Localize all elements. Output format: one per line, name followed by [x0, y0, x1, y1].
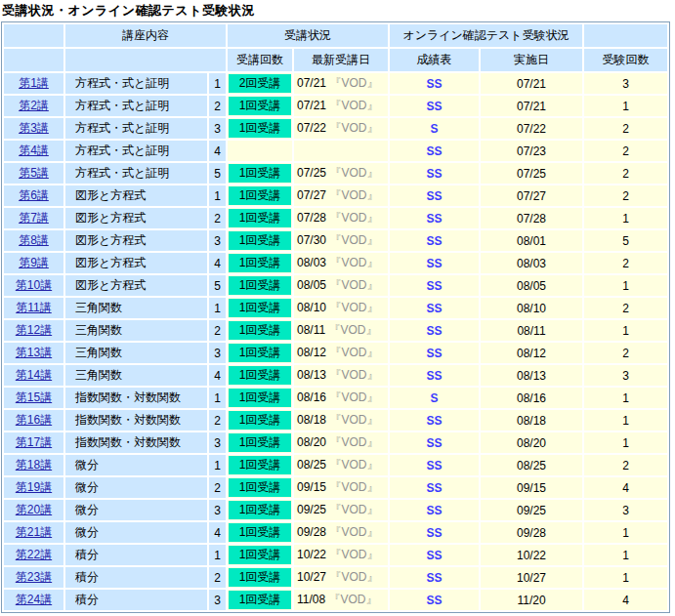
- score-report-cell: SS: [390, 455, 479, 475]
- lecture-cell: 第14講: [4, 365, 63, 386]
- score-report-link[interactable]: SS: [426, 212, 442, 226]
- lecture-link[interactable]: 第20講: [16, 503, 52, 516]
- score-report-link[interactable]: SS: [426, 100, 442, 113]
- table-row: 第4講 方程式・式と証明 4 SS 07/23 2: [4, 141, 667, 161]
- score-report-link[interactable]: SS: [426, 347, 442, 360]
- lecture-link[interactable]: 第6講: [19, 188, 49, 202]
- lecture-link[interactable]: 第16講: [16, 413, 52, 427]
- course-name: 図形と方程式: [65, 185, 207, 206]
- lecture-link[interactable]: 第5講: [19, 166, 49, 180]
- lecture-link[interactable]: 第23講: [16, 570, 52, 584]
- corner-cell-left: [4, 24, 63, 47]
- table-row: 第2講 方程式・式と証明 2 1回受講 07/21 『VOD』 SS 07/21…: [4, 96, 667, 116]
- score-report-link[interactable]: SS: [426, 77, 442, 91]
- lecture-link[interactable]: 第18講: [16, 458, 52, 472]
- lecture-link[interactable]: 第10講: [16, 278, 52, 292]
- score-report-link[interactable]: SS: [426, 369, 442, 383]
- lecture-link[interactable]: 第12講: [16, 323, 52, 337]
- score-report-link[interactable]: SS: [426, 504, 442, 517]
- score-report-link[interactable]: SS: [426, 324, 442, 338]
- attendance-badge: 1回受講: [229, 523, 291, 542]
- lecture-link[interactable]: 第21講: [16, 525, 52, 539]
- table-row: 第1講 方程式・式と証明 1 2回受講 07/21 『VOD』 SS 07/21…: [4, 73, 667, 94]
- lecture-link[interactable]: 第22講: [16, 548, 52, 561]
- score-report-link[interactable]: S: [430, 391, 438, 405]
- lecture-link[interactable]: 第1講: [19, 76, 49, 90]
- lecture-cell: 第11講: [4, 298, 63, 318]
- lecture-link[interactable]: 第14講: [16, 368, 52, 382]
- score-report-cell: SS: [390, 500, 479, 520]
- attendance-badge: 1回受講: [229, 299, 291, 317]
- vod-label: 『VOD』: [329, 121, 378, 135]
- lecture-cell: 第8講: [4, 230, 63, 251]
- lecture-link[interactable]: 第7講: [19, 211, 49, 225]
- score-report-link[interactable]: SS: [426, 526, 442, 540]
- score-report-link[interactable]: SS: [426, 414, 442, 428]
- test-date: 08/20: [481, 432, 582, 453]
- vod-label: 『VOD』: [329, 99, 378, 112]
- latest-date-cell: 08/03 『VOD』: [294, 253, 388, 273]
- course-session-number: 2: [209, 410, 226, 431]
- score-report-link[interactable]: SS: [426, 481, 442, 495]
- course-name: 図形と方程式: [65, 275, 207, 296]
- lecture-link[interactable]: 第17講: [16, 435, 52, 449]
- course-session-number: 2: [209, 96, 226, 116]
- lecture-cell: 第16講: [4, 410, 63, 431]
- score-report-link[interactable]: SS: [426, 571, 442, 585]
- test-count: 2: [584, 163, 667, 184]
- lecture-cell: 第5講: [4, 163, 63, 184]
- score-report-cell: SS: [390, 230, 479, 251]
- score-report-link[interactable]: SS: [426, 302, 442, 315]
- score-report-link[interactable]: SS: [426, 167, 442, 181]
- table-row: 第24講 積分 3 1回受講 11/08 『VOD』 SS 11/20 4: [4, 590, 667, 610]
- test-date: 09/28: [481, 522, 582, 543]
- attendance-cell: 1回受講: [228, 118, 292, 139]
- lecture-link[interactable]: 第3講: [19, 121, 49, 135]
- score-report-link[interactable]: SS: [426, 459, 442, 472]
- lecture-link[interactable]: 第19講: [16, 480, 52, 494]
- lecture-cell: 第15講: [4, 388, 63, 408]
- score-report-link[interactable]: SS: [426, 257, 442, 270]
- lecture-link[interactable]: 第8講: [19, 233, 49, 247]
- vod-label: 『VOD』: [329, 211, 378, 225]
- attendance-cell: 1回受講: [228, 275, 292, 296]
- score-report-link[interactable]: SS: [426, 549, 442, 562]
- score-report-cell: SS: [390, 96, 479, 116]
- lecture-link[interactable]: 第9講: [19, 256, 49, 269]
- course-name: 三角関数: [65, 320, 207, 341]
- latest-date: 09/15: [297, 480, 326, 494]
- score-report-link[interactable]: SS: [426, 189, 442, 203]
- lecture-link[interactable]: 第11講: [16, 301, 51, 314]
- test-date: 08/12: [481, 343, 582, 363]
- test-date: 11/20: [481, 590, 582, 610]
- score-report-link[interactable]: SS: [426, 594, 442, 607]
- lecture-link[interactable]: 第2講: [19, 99, 49, 112]
- score-report-link[interactable]: S: [430, 122, 438, 136]
- score-report-link[interactable]: SS: [426, 279, 442, 293]
- table-row: 第17講 指数関数・対数関数 3 1回受講 08/20 『VOD』 SS 08/…: [4, 432, 667, 453]
- latest-date: 08/11: [297, 323, 325, 337]
- latest-date-cell: 08/16 『VOD』: [294, 388, 388, 408]
- score-report-link[interactable]: SS: [426, 144, 442, 158]
- latest-date: 07/21: [297, 76, 326, 90]
- test-date: 08/01: [481, 230, 582, 251]
- attendance-badge: 1回受講: [229, 456, 291, 474]
- attendance-cell: 1回受講: [228, 208, 292, 228]
- vod-label: 『VOD』: [329, 570, 378, 584]
- score-report-link[interactable]: SS: [426, 436, 442, 450]
- lecture-link[interactable]: 第4講: [19, 144, 49, 157]
- course-session-number: 1: [209, 545, 226, 565]
- score-report-link[interactable]: SS: [426, 234, 442, 248]
- vod-label: 『VOD』: [329, 166, 378, 180]
- latest-date: 09/25: [297, 503, 326, 516]
- table-row: 第15講 指数関数・対数関数 1 1回受講 08/16 『VOD』 S 08/1…: [4, 388, 667, 408]
- vod-label: 『VOD』: [329, 435, 378, 449]
- test-count: 3: [584, 365, 667, 386]
- status-table: 講座内容 受講状況 オンライン確認テスト受験状況 受講回数 最新受講日 成績表 …: [1, 21, 670, 613]
- lecture-link[interactable]: 第24講: [16, 593, 52, 606]
- course-session-number: 3: [209, 230, 226, 251]
- test-count: 1: [584, 410, 667, 431]
- lecture-link[interactable]: 第13講: [16, 346, 52, 359]
- lecture-link[interactable]: 第15講: [16, 390, 52, 404]
- course-session-number: 1: [209, 73, 226, 94]
